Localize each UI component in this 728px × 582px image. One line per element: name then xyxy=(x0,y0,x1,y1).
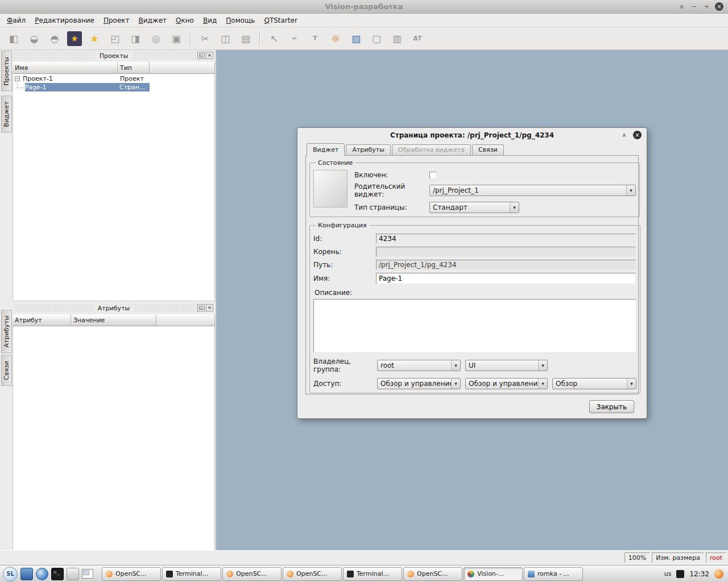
access-group-combo[interactable]: Обзор и управление xyxy=(465,378,548,389)
column-header-name[interactable]: Имя xyxy=(13,62,118,74)
view-widget-icon[interactable]: ◎ xyxy=(148,31,164,47)
menu-project[interactable]: Проект xyxy=(99,15,134,26)
float-dock-icon[interactable]: ◱ xyxy=(197,304,205,311)
enabled-checkbox[interactable] xyxy=(429,172,437,179)
chevron-down-icon[interactable] xyxy=(626,185,635,196)
access-user-combo[interactable]: Обзор и управление xyxy=(377,378,461,389)
chevron-down-icon[interactable] xyxy=(510,202,519,213)
task-button[interactable]: OpenSC... xyxy=(102,567,161,581)
owner-combo[interactable]: root xyxy=(377,360,461,371)
task-button-active[interactable]: Vision-... xyxy=(464,567,523,581)
new-page-icon[interactable]: ◰ xyxy=(107,31,123,47)
task-button[interactable]: OpenSC... xyxy=(403,567,462,581)
document-tool-icon[interactable]: ▢ xyxy=(369,31,384,47)
chevron-down-icon[interactable] xyxy=(627,379,636,389)
menu-file[interactable]: Файл xyxy=(2,15,30,26)
tree-item-name[interactable]: Page-1 xyxy=(25,83,118,92)
task-button[interactable]: OpenSC... xyxy=(222,567,282,581)
chevron-down-icon[interactable] xyxy=(451,379,460,389)
projects-tree[interactable]: − Проект-1 Проект Page-1 Стран... xyxy=(13,74,215,301)
menu-widget[interactable]: Виджет xyxy=(134,15,172,26)
desktop-pager[interactable] xyxy=(82,569,93,579)
dialog-close-icon[interactable]: × xyxy=(633,131,642,139)
attributes-dock-titlebar[interactable]: Атрибуты ◱ × xyxy=(14,304,214,312)
widget-dev-icon[interactable]: ◧ xyxy=(6,31,22,47)
current-user[interactable]: root xyxy=(706,552,726,563)
printer-icon[interactable] xyxy=(67,568,79,580)
column-header-value[interactable]: Значение xyxy=(71,314,156,326)
paste-icon[interactable]: ▤ xyxy=(238,31,254,47)
menu-window[interactable]: Окно xyxy=(171,15,198,26)
media-tool-icon[interactable]: ▧ xyxy=(348,31,364,47)
close-dock-icon[interactable]: × xyxy=(206,304,213,311)
enter-tool-icon[interactable]: ↵ xyxy=(287,31,303,47)
tab-attributes[interactable]: Атрибуты xyxy=(346,144,390,155)
task-button[interactable]: Terminal... xyxy=(162,567,221,581)
konsole-icon[interactable] xyxy=(51,568,64,580)
description-field[interactable] xyxy=(313,299,636,353)
close-window-icon[interactable]: × xyxy=(715,2,723,11)
name-field[interactable] xyxy=(376,273,636,284)
desktop-icon[interactable] xyxy=(20,568,33,580)
minimize-window-icon[interactable]: − xyxy=(690,2,698,11)
chevron-down-icon[interactable] xyxy=(538,360,547,371)
group-combo[interactable]: UI xyxy=(465,360,548,371)
cut-icon[interactable]: ✂ xyxy=(197,31,213,47)
menu-help[interactable]: Помощь xyxy=(221,15,259,26)
chevron-down-icon[interactable] xyxy=(451,360,460,371)
tree-row-selected[interactable]: Page-1 Стран... xyxy=(13,83,214,92)
menu-edit[interactable]: Редактирование xyxy=(30,15,99,26)
task-button[interactable]: Terminal... xyxy=(343,567,402,581)
keyboard-layout-indicator[interactable]: us xyxy=(664,570,672,577)
column-header-type[interactable]: Тип xyxy=(118,62,150,74)
clock[interactable]: 12:32 xyxy=(689,570,709,578)
page-library-icon[interactable]: ◨ xyxy=(127,31,143,47)
openscada-icon xyxy=(287,571,293,577)
clipboard-tray-icon[interactable] xyxy=(676,570,684,578)
tree-row[interactable]: − Проект-1 Проект xyxy=(13,74,214,83)
elements-tool-icon[interactable]: ☼ xyxy=(328,31,344,47)
maximize-window-icon[interactable]: + xyxy=(702,2,711,11)
db-load-icon[interactable]: ◒ xyxy=(26,31,42,47)
edit-widget-icon[interactable]: ▣ xyxy=(168,31,184,47)
copy-icon[interactable]: ◫ xyxy=(217,31,233,47)
column-header-attribute[interactable]: Атрибут xyxy=(13,314,71,326)
menu-view[interactable]: Вид xyxy=(198,15,221,26)
side-tab-attributes[interactable]: Атрибуты xyxy=(1,310,12,353)
side-tab-widget[interactable]: Виджет xyxy=(1,95,12,132)
start-menu-button[interactable]: SL xyxy=(3,567,18,581)
close-dock-icon[interactable]: × xyxy=(206,52,213,59)
menu-qtstarter[interactable]: QTStarter xyxy=(259,15,301,26)
tab-widget[interactable]: Виджет xyxy=(307,143,345,156)
tab-links[interactable]: Связи xyxy=(472,144,504,155)
cursor-tool-icon[interactable]: ↖ xyxy=(266,31,282,47)
projects-dock-titlebar[interactable]: Проекты ◱ × xyxy=(14,51,214,60)
access-other-combo[interactable]: Обзор xyxy=(552,378,636,389)
db-save-icon[interactable]: ◓ xyxy=(47,31,63,47)
window-titlebar[interactable]: Vision-разработка ∧ − + × xyxy=(0,0,728,14)
text-tool-icon[interactable]: T xyxy=(307,31,323,47)
task-button[interactable]: OpenSC... xyxy=(283,567,342,581)
protocol-tool-icon[interactable]: ▥ xyxy=(389,31,405,47)
tray-app-icon[interactable] xyxy=(714,569,723,579)
id-field[interactable] xyxy=(376,234,636,244)
tree-item-name[interactable]: Проект-1 xyxy=(23,74,118,83)
dialog-collapse-icon[interactable]: ∧ xyxy=(620,131,628,139)
parent-widget-combo[interactable]: /prj_Project_1 xyxy=(429,185,636,196)
chevron-down-icon[interactable] xyxy=(538,379,547,389)
attributes-table-body[interactable] xyxy=(13,326,215,551)
float-dock-icon[interactable]: ◱ xyxy=(197,52,205,59)
close-dialog-button[interactable]: Закрыть xyxy=(589,400,634,413)
task-button-list: OpenSC... Terminal... OpenSC... OpenSC..… xyxy=(102,567,583,581)
side-tab-projects[interactable]: Проекты xyxy=(1,51,12,92)
task-button[interactable]: romka - ... xyxy=(524,567,583,581)
shade-window-icon[interactable]: ∧ xyxy=(677,2,686,11)
side-tab-links[interactable]: Связи xyxy=(1,355,12,386)
values-tool-icon[interactable]: ΔT xyxy=(410,31,425,47)
collapse-expander-icon[interactable]: − xyxy=(15,76,20,81)
run-vision-icon[interactable]: ★ xyxy=(86,31,102,47)
dialog-titlebar[interactable]: Страница проекта: /prj_Project_1/pg_4234… xyxy=(297,128,647,143)
globe-icon[interactable] xyxy=(36,568,48,580)
run-project-icon[interactable]: ★ xyxy=(67,31,82,46)
page-type-combo[interactable]: Стандарт xyxy=(429,202,519,213)
